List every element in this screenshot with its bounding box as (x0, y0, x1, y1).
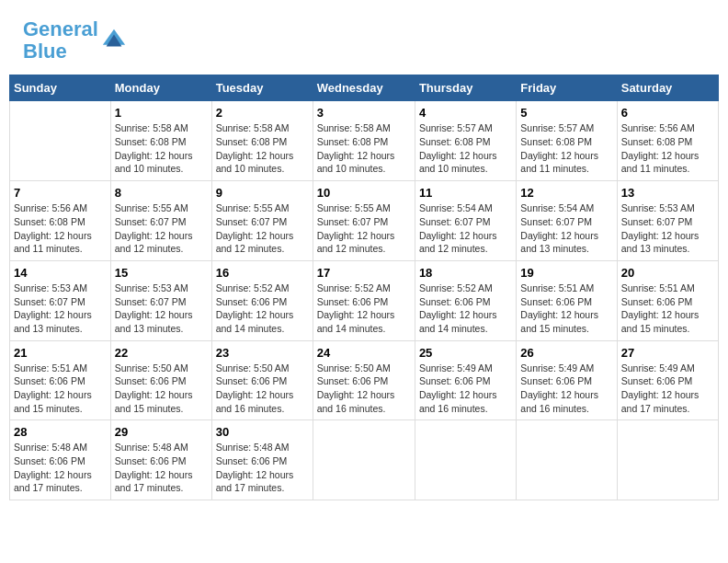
daylight-text: Daylight: 12 hours and 12 minutes. (216, 230, 294, 255)
logo: GeneralBlue (23, 18, 127, 63)
day-number: 25 (419, 346, 512, 360)
day-info: Sunrise: 5:55 AM Sunset: 6:07 PM Dayligh… (216, 201, 309, 256)
sunset-text: Sunset: 6:06 PM (419, 296, 491, 307)
day-number: 1 (115, 106, 208, 120)
day-info: Sunrise: 5:52 AM Sunset: 6:06 PM Dayligh… (216, 282, 309, 336)
day-number: 14 (14, 266, 107, 280)
calendar-cell: 30 Sunrise: 5:48 AM Sunset: 6:06 PM Dayl… (211, 420, 313, 500)
sunrise-text: Sunrise: 5:56 AM (14, 202, 87, 213)
day-info: Sunrise: 5:50 AM Sunset: 6:06 PM Dayligh… (317, 362, 411, 416)
day-info: Sunrise: 5:54 AM Sunset: 6:07 PM Dayligh… (419, 201, 512, 256)
day-number: 19 (520, 266, 612, 280)
day-number: 10 (317, 186, 411, 200)
calendar-cell: 19 Sunrise: 5:51 AM Sunset: 6:06 PM Dayl… (517, 260, 617, 340)
calendar-header: SundayMondayTuesdayWednesdayThursdayFrid… (10, 75, 719, 101)
sunset-text: Sunset: 6:08 PM (419, 136, 491, 147)
day-info: Sunrise: 5:48 AM Sunset: 6:06 PM Dayligh… (216, 441, 309, 495)
sunset-text: Sunset: 6:06 PM (621, 296, 693, 307)
sunset-text: Sunset: 6:07 PM (115, 296, 187, 307)
daylight-text: Daylight: 12 hours and 16 minutes. (317, 389, 395, 414)
sunset-text: Sunset: 6:07 PM (520, 216, 592, 227)
calendar-cell: 1 Sunrise: 5:58 AM Sunset: 6:08 PM Dayli… (110, 101, 211, 181)
sunset-text: Sunset: 6:06 PM (520, 375, 592, 386)
day-info: Sunrise: 5:50 AM Sunset: 6:06 PM Dayligh… (115, 362, 208, 416)
sunrise-text: Sunrise: 5:54 AM (419, 202, 493, 213)
sunset-text: Sunset: 6:06 PM (419, 375, 491, 386)
sunrise-text: Sunrise: 5:55 AM (216, 202, 290, 213)
calendar-cell: 23 Sunrise: 5:50 AM Sunset: 6:06 PM Dayl… (211, 340, 313, 420)
day-number: 21 (14, 346, 107, 360)
calendar-cell: 27 Sunrise: 5:49 AM Sunset: 6:06 PM Dayl… (617, 340, 718, 420)
weekday-header-friday: Friday (517, 75, 617, 101)
sunset-text: Sunset: 6:07 PM (621, 216, 693, 227)
day-number: 29 (115, 425, 208, 439)
logo-icon (101, 28, 127, 53)
day-number: 15 (115, 266, 208, 280)
daylight-text: Daylight: 12 hours and 10 minutes. (115, 150, 193, 175)
calendar-week-3: 14 Sunrise: 5:53 AM Sunset: 6:07 PM Dayl… (10, 260, 719, 340)
logo-text: GeneralBlue (23, 18, 98, 63)
calendar-cell: 8 Sunrise: 5:55 AM Sunset: 6:07 PM Dayli… (110, 181, 211, 261)
calendar-cell: 28 Sunrise: 5:48 AM Sunset: 6:06 PM Dayl… (10, 420, 111, 500)
day-info: Sunrise: 5:57 AM Sunset: 6:08 PM Dayligh… (520, 121, 612, 176)
daylight-text: Daylight: 12 hours and 12 minutes. (419, 230, 497, 255)
calendar-week-2: 7 Sunrise: 5:56 AM Sunset: 6:08 PM Dayli… (10, 181, 719, 261)
day-number: 23 (216, 346, 309, 360)
day-number: 26 (520, 346, 612, 360)
calendar-week-1: 1 Sunrise: 5:58 AM Sunset: 6:08 PM Dayli… (10, 101, 719, 181)
calendar-cell: 4 Sunrise: 5:57 AM Sunset: 6:08 PM Dayli… (415, 101, 516, 181)
sunset-text: Sunset: 6:06 PM (317, 296, 389, 307)
sunrise-text: Sunrise: 5:52 AM (317, 282, 391, 293)
sunset-text: Sunset: 6:08 PM (115, 136, 187, 147)
daylight-text: Daylight: 12 hours and 17 minutes. (14, 469, 92, 494)
day-info: Sunrise: 5:49 AM Sunset: 6:06 PM Dayligh… (520, 362, 612, 416)
calendar-cell: 6 Sunrise: 5:56 AM Sunset: 6:08 PM Dayli… (617, 101, 718, 181)
daylight-text: Daylight: 12 hours and 11 minutes. (520, 150, 598, 175)
calendar-cell: 24 Sunrise: 5:50 AM Sunset: 6:06 PM Dayl… (313, 340, 415, 420)
sunset-text: Sunset: 6:07 PM (216, 216, 288, 227)
sunset-text: Sunset: 6:07 PM (419, 216, 491, 227)
calendar-week-4: 21 Sunrise: 5:51 AM Sunset: 6:06 PM Dayl… (10, 340, 719, 420)
weekday-header-row: SundayMondayTuesdayWednesdayThursdayFrid… (10, 75, 719, 101)
daylight-text: Daylight: 12 hours and 15 minutes. (621, 309, 700, 334)
calendar-cell: 14 Sunrise: 5:53 AM Sunset: 6:07 PM Dayl… (10, 260, 111, 340)
day-info: Sunrise: 5:52 AM Sunset: 6:06 PM Dayligh… (317, 282, 411, 336)
sunrise-text: Sunrise: 5:49 AM (419, 362, 493, 373)
day-info: Sunrise: 5:51 AM Sunset: 6:06 PM Dayligh… (621, 282, 714, 336)
sunrise-text: Sunrise: 5:50 AM (115, 362, 188, 373)
calendar-cell: 29 Sunrise: 5:48 AM Sunset: 6:06 PM Dayl… (110, 420, 211, 500)
sunset-text: Sunset: 6:06 PM (216, 296, 288, 307)
sunset-text: Sunset: 6:07 PM (14, 296, 85, 307)
day-number: 4 (419, 106, 512, 120)
daylight-text: Daylight: 12 hours and 15 minutes. (115, 389, 193, 414)
day-info: Sunrise: 5:51 AM Sunset: 6:06 PM Dayligh… (14, 362, 107, 416)
day-info: Sunrise: 5:58 AM Sunset: 6:08 PM Dayligh… (115, 121, 208, 176)
day-info: Sunrise: 5:56 AM Sunset: 6:08 PM Dayligh… (621, 121, 714, 176)
sunset-text: Sunset: 6:06 PM (14, 375, 85, 386)
weekday-header-wednesday: Wednesday (313, 75, 415, 101)
sunrise-text: Sunrise: 5:48 AM (115, 442, 188, 453)
daylight-text: Daylight: 12 hours and 15 minutes. (14, 389, 92, 414)
day-info: Sunrise: 5:53 AM Sunset: 6:07 PM Dayligh… (621, 201, 714, 256)
sunrise-text: Sunrise: 5:55 AM (115, 202, 188, 213)
calendar-cell: 17 Sunrise: 5:52 AM Sunset: 6:06 PM Dayl… (313, 260, 415, 340)
daylight-text: Daylight: 12 hours and 13 minutes. (621, 230, 700, 255)
calendar-table: SundayMondayTuesdayWednesdayThursdayFrid… (9, 75, 719, 500)
calendar-cell: 10 Sunrise: 5:55 AM Sunset: 6:07 PM Dayl… (313, 181, 415, 261)
calendar-cell: 13 Sunrise: 5:53 AM Sunset: 6:07 PM Dayl… (617, 181, 718, 261)
sunrise-text: Sunrise: 5:53 AM (115, 282, 188, 293)
calendar-cell: 26 Sunrise: 5:49 AM Sunset: 6:06 PM Dayl… (517, 340, 617, 420)
sunset-text: Sunset: 6:08 PM (317, 136, 389, 147)
page-header: GeneralBlue (9, 9, 719, 67)
calendar-cell: 20 Sunrise: 5:51 AM Sunset: 6:06 PM Dayl… (617, 260, 718, 340)
daylight-text: Daylight: 12 hours and 16 minutes. (216, 389, 294, 414)
sunrise-text: Sunrise: 5:54 AM (520, 202, 594, 213)
day-number: 8 (115, 186, 208, 200)
sunrise-text: Sunrise: 5:48 AM (14, 442, 87, 453)
day-number: 9 (216, 186, 309, 200)
sunrise-text: Sunrise: 5:51 AM (520, 282, 594, 293)
sunrise-text: Sunrise: 5:50 AM (317, 362, 391, 373)
calendar-cell: 18 Sunrise: 5:52 AM Sunset: 6:06 PM Dayl… (415, 260, 516, 340)
sunset-text: Sunset: 6:06 PM (317, 375, 389, 386)
daylight-text: Daylight: 12 hours and 13 minutes. (520, 230, 598, 255)
